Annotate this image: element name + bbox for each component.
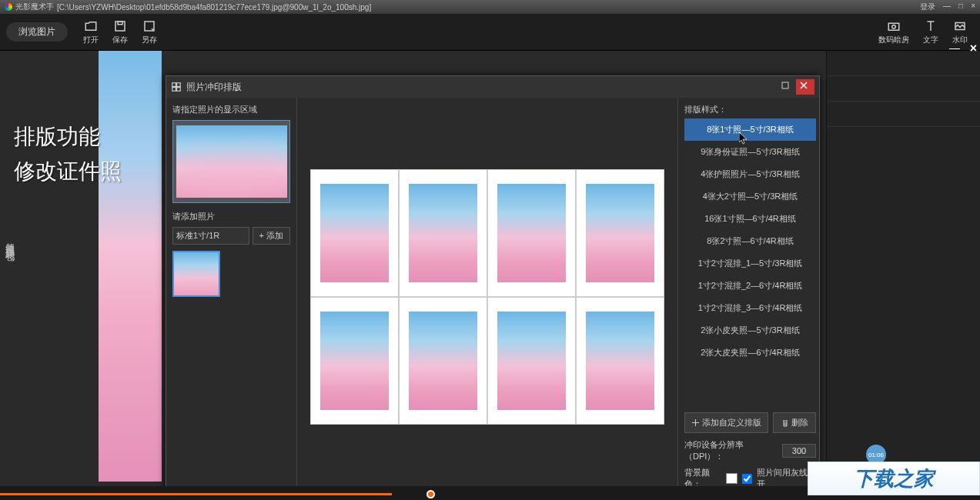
- dialog-titlebar[interactable]: 照片冲印排版: [166, 76, 819, 98]
- save-icon: [113, 19, 127, 33]
- paper-cell: [487, 297, 576, 425]
- text-button[interactable]: 文字: [923, 19, 938, 45]
- panel-min-icon[interactable]: —: [949, 42, 960, 54]
- photo-size-select[interactable]: 标准1寸/1R: [172, 227, 249, 245]
- photo-slot: [586, 312, 654, 410]
- display-area-label: 请指定照片的显示区域: [172, 104, 290, 115]
- dialog-max-button[interactable]: [778, 79, 796, 95]
- file-path: [C:\Users\YZWH\Desktop\01efdb58d9ba4fa80…: [57, 3, 371, 12]
- panel-close-icon[interactable]: ×: [970, 42, 977, 55]
- max-icon: [781, 82, 792, 92]
- photo-slot: [409, 312, 477, 410]
- style-item[interactable]: 9张身份证照—5寸/3R相纸: [684, 141, 816, 163]
- download-site-logo: 下载之家: [808, 462, 980, 495]
- preview-area: [297, 98, 677, 486]
- photo-slot: [409, 184, 477, 282]
- add-photo-label: 请添加照片: [172, 211, 290, 222]
- photo-slot: [320, 312, 388, 410]
- photo-slot: [320, 184, 388, 282]
- window-close-icon[interactable]: ×: [971, 2, 975, 12]
- camera-icon: [887, 19, 901, 33]
- dpi-label: 冲印设备分辨率（DPI）：: [684, 439, 778, 462]
- main-area: gymssjs2 领腾讯视频礼包 排版功能 修改证件照 选择证件照样 式，打印即…: [0, 51, 980, 486]
- style-item[interactable]: 1寸2寸混排_3—6寸/4R相纸: [684, 297, 816, 319]
- overlay-text-top: 排版功能 修改证件照: [14, 120, 122, 189]
- saveas-icon: [142, 19, 156, 33]
- login-link[interactable]: 登录: [920, 2, 935, 12]
- progress-handle[interactable]: [426, 490, 435, 498]
- dialog-title: 照片冲印排版: [186, 81, 242, 94]
- svg-rect-7: [177, 83, 181, 87]
- photo-slot: [497, 312, 565, 410]
- style-item[interactable]: 2张大皮夹照—6寸/4R相纸: [684, 342, 816, 364]
- style-item[interactable]: 1寸2寸混排_2—6寸/4R相纸: [684, 275, 816, 297]
- bg-label: 背景颜色：: [684, 467, 721, 486]
- svg-point-4: [892, 25, 896, 28]
- dialog-left-panel: 请指定照片的显示区域 请添加照片 标准1寸/1R + 添加: [166, 98, 297, 486]
- bg-color-swatch[interactable]: [726, 473, 737, 484]
- display-thumb: [176, 125, 287, 198]
- window-titlebar: 光影魔术手 [C:\Users\YZWH\Desktop\01efdb58d9b…: [0, 0, 980, 14]
- layout-icon: [171, 82, 182, 92]
- save-label: 保存: [112, 35, 128, 45]
- delete-label: 删除: [791, 417, 808, 428]
- promo-vertical[interactable]: 领腾讯视频礼包: [3, 235, 16, 246]
- style-item[interactable]: 4张大2寸照—5寸/3R相纸: [684, 185, 816, 208]
- overlay-text-top-1: 排版功能: [14, 120, 122, 155]
- plus-icon: [691, 418, 700, 427]
- paper-cell: [576, 297, 664, 425]
- style-item[interactable]: 16张1寸照—6寸/4R相纸: [684, 208, 816, 230]
- progress-fill: [0, 493, 392, 495]
- photo-slot: [586, 184, 654, 282]
- svg-rect-0: [115, 22, 125, 31]
- paper-cell: [399, 169, 487, 297]
- window-max-icon[interactable]: □: [958, 2, 963, 12]
- svg-rect-3: [888, 23, 899, 30]
- darkroom-button[interactable]: 数码暗房: [878, 19, 909, 45]
- panel-section: [827, 102, 980, 127]
- style-item[interactable]: 2张小皮夹照—5寸/3R相纸: [684, 319, 816, 342]
- panel-section: [827, 76, 980, 102]
- svg-rect-9: [177, 88, 181, 92]
- gray-sep-checkbox[interactable]: [742, 474, 752, 484]
- style-item[interactable]: 8张2寸照—6寸/4R相纸: [684, 230, 816, 252]
- text-icon: [924, 19, 938, 33]
- svg-rect-8: [172, 88, 176, 92]
- add-custom-label: 添加自定义排版: [702, 417, 761, 428]
- overlay-text-top-2: 修改证件照: [14, 155, 122, 189]
- paper-cell: [487, 169, 576, 297]
- save-button[interactable]: 保存: [112, 19, 128, 45]
- panel-section: [827, 51, 980, 76]
- style-item[interactable]: 8张1寸照—5寸/3R相纸: [684, 118, 816, 141]
- display-area[interactable]: [172, 120, 290, 203]
- open-button[interactable]: 打开: [83, 19, 99, 45]
- watermark-icon: [953, 19, 967, 33]
- browse-button[interactable]: 浏览图片: [6, 22, 68, 42]
- right-side-panel: — ×: [826, 51, 980, 486]
- svg-rect-6: [172, 83, 176, 87]
- canvas-area: gymssjs2 领腾讯视频礼包 排版功能 修改证件照 选择证件照样 式，打印即…: [0, 51, 826, 486]
- trash-icon: [781, 419, 789, 427]
- dialog-close-button[interactable]: [796, 79, 814, 95]
- print-paper: [310, 169, 664, 425]
- dialog-body: 请指定照片的显示区域 请添加照片 标准1寸/1R + 添加: [166, 98, 819, 486]
- svg-rect-1: [118, 22, 122, 25]
- delete-style-button[interactable]: 删除: [773, 412, 816, 433]
- saveas-label: 另存: [142, 35, 157, 45]
- photo-thumb[interactable]: [172, 251, 220, 297]
- svg-rect-10: [782, 82, 788, 88]
- app-logo-icon: [5, 3, 12, 11]
- main-toolbar: 浏览图片 打开 保存 另存 数码暗房 文字 水印: [0, 14, 980, 51]
- text-label: 文字: [923, 35, 938, 45]
- style-list[interactable]: 8张1寸照—5寸/3R相纸 9张身份证照—5寸/3R相纸 4张护照照片—5寸/3…: [684, 118, 816, 406]
- window-min-icon[interactable]: —: [943, 2, 951, 12]
- style-item[interactable]: 1寸2寸混排_1—5寸/3R相纸: [684, 252, 816, 275]
- background-photo: [99, 51, 162, 482]
- add-custom-button[interactable]: 添加自定义排版: [684, 412, 768, 433]
- dpi-input[interactable]: [782, 444, 816, 458]
- add-photo-button[interactable]: + 添加: [253, 227, 290, 245]
- close-icon: [800, 82, 811, 92]
- saveas-button[interactable]: 另存: [142, 19, 157, 45]
- style-item[interactable]: 4张护照照片—5寸/3R相纸: [684, 163, 816, 185]
- app-name: 光影魔术手: [15, 2, 54, 12]
